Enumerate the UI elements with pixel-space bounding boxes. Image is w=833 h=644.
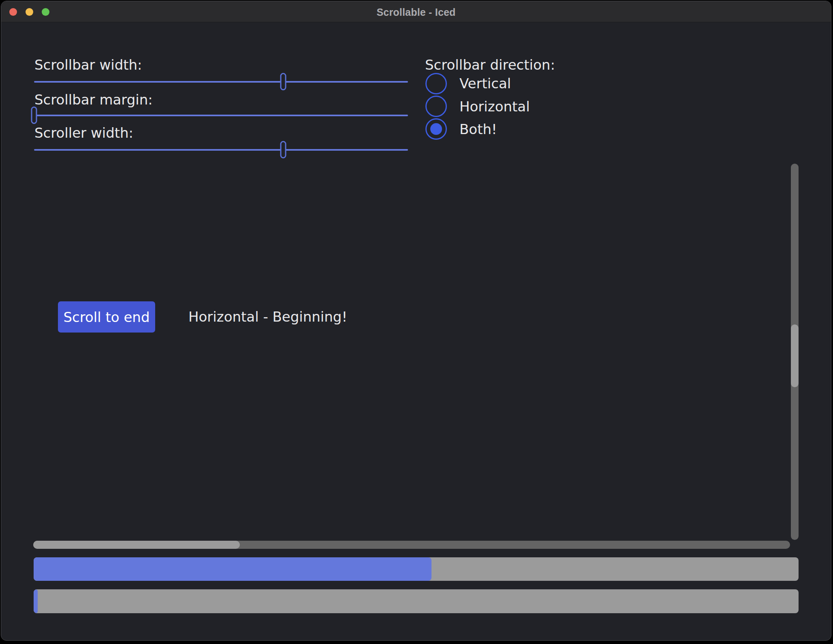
vertical-progress-bar: [34, 589, 799, 613]
radio-both-label: Both!: [459, 121, 497, 138]
app-window: Scrollable - Iced Scrollbar width: Scrol…: [1, 1, 831, 641]
scrollbar-width-label: Scrollbar width:: [34, 56, 142, 73]
vertical-scrollbar-thumb[interactable]: [791, 324, 799, 387]
scroll-status-text: Horizontal - Beginning!: [188, 308, 347, 325]
scroller-width-label: Scroller width:: [34, 124, 133, 141]
scrollbar-direction-label: Scrollbar direction:: [425, 56, 555, 73]
slider-rail: [34, 81, 408, 83]
slider-rail: [34, 149, 408, 151]
radio-dot-icon: [430, 123, 442, 135]
progress-fill: [34, 589, 38, 613]
scrollbar-margin-label: Scrollbar margin:: [34, 91, 153, 108]
slider-handle[interactable]: [280, 73, 286, 90]
horizontal-scrollbar-thumb[interactable]: [33, 541, 240, 549]
scroller-width-slider[interactable]: [34, 141, 408, 158]
vertical-scrollbar[interactable]: [791, 164, 799, 540]
radio-icon[interactable]: [425, 73, 447, 94]
scrollbar-margin-slider[interactable]: [34, 107, 408, 124]
horizontal-progress-bar: [34, 557, 799, 581]
horizontal-scrollbar[interactable]: [33, 541, 790, 549]
radio-icon[interactable]: [425, 96, 447, 117]
scrollbar-width-slider[interactable]: [34, 73, 408, 90]
slider-handle[interactable]: [280, 141, 286, 158]
radio-vertical-label: Vertical: [459, 75, 511, 92]
radio-icon[interactable]: [425, 118, 447, 140]
screen: Scrollable - Iced Scrollbar width: Scrol…: [0, 0, 833, 644]
titlebar[interactable]: Scrollable - Iced: [1, 1, 831, 22]
progress-fill: [34, 557, 431, 581]
scroll-to-end-button[interactable]: Scroll to end: [58, 301, 155, 333]
slider-handle[interactable]: [31, 107, 37, 124]
radio-horizontal-label: Horizontal: [459, 98, 530, 115]
window-title: Scrollable - Iced: [1, 6, 831, 18]
content-area: Scrollbar width: Scrollbar margin: Scrol…: [1, 23, 831, 640]
slider-rail: [34, 115, 408, 116]
